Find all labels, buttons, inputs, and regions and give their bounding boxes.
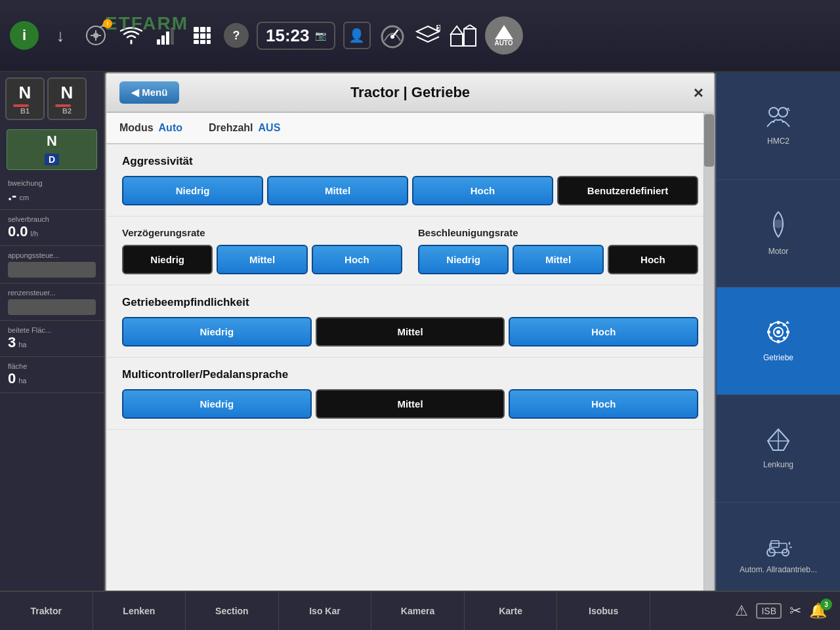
- dialog-scrollbar[interactable]: [704, 112, 714, 609]
- clock-time: 15:23: [266, 26, 310, 46]
- verzoegerung-title: Verzögerungsrate: [122, 227, 402, 238]
- verzoegerung-group: Verzögerungsrate Niedrig Mittel Hoch: [122, 227, 402, 274]
- getriebe-section: Getriebeempfindlichkeit Niedrig Mittel H…: [106, 285, 714, 358]
- hmc2-label: HMC2: [767, 136, 789, 146]
- top-bar: ETFARM i ↓ !: [0, 0, 840, 72]
- svg-rect-18: [207, 40, 211, 44]
- info-icon[interactable]: i: [10, 21, 39, 50]
- left-sidebar: N B1 N B2 ND bweichung .- cm selverbrauc…: [0, 72, 105, 630]
- getriebe-hoch-btn[interactable]: Hoch: [509, 317, 698, 346]
- allrad-icon: [765, 538, 792, 561]
- speed-icon: [379, 22, 406, 49]
- svg-rect-39: [767, 331, 770, 333]
- multi-hoch-btn[interactable]: Hoch: [509, 389, 698, 419]
- aggressiv-hoch-btn[interactable]: Hoch: [412, 176, 553, 205]
- tab-isobus[interactable]: Isobus: [557, 592, 650, 630]
- svg-rect-17: [200, 40, 205, 44]
- tab-traktor[interactable]: Traktor: [0, 592, 93, 630]
- svg-rect-14: [200, 33, 205, 39]
- multicontroller-buttons: Niedrig Mittel Hoch: [122, 389, 698, 419]
- dialog-content: Modus Auto Drehzahl AUS Aggressivität Ni…: [106, 113, 714, 609]
- sidebar-item-lenkung[interactable]: Lenkung: [717, 395, 840, 503]
- svg-rect-11: [200, 27, 205, 32]
- modus-value: Auto: [159, 122, 182, 134]
- main-dialog: ◀ Menü Tractor | Getriebe × Modus Auto D…: [105, 72, 715, 610]
- grid-icon[interactable]: [188, 22, 216, 49]
- dialog-header: ◀ Menü Tractor | Getriebe ×: [106, 74, 714, 113]
- help-icon[interactable]: ?: [224, 23, 249, 48]
- svg-marker-22: [417, 26, 439, 37]
- svg-marker-30: [495, 25, 513, 39]
- sidebar-deviation: bweichung .- cm: [0, 174, 104, 210]
- svg-rect-38: [777, 340, 780, 343]
- beschleunigung-title: Beschleunigungsrate: [418, 227, 698, 238]
- svg-marker-26: [451, 26, 463, 34]
- sidebar-area-total: fläche 0 ha: [0, 357, 104, 393]
- tab-isokar[interactable]: Iso Kar: [279, 592, 372, 630]
- aggressiv-mittel-btn[interactable]: Mittel: [267, 176, 408, 205]
- notification-count: 3: [820, 598, 832, 610]
- gear-n-d: ND: [7, 129, 97, 170]
- arrow-down-icon[interactable]: ↓: [47, 22, 74, 49]
- beschleunigung-group: Beschleunigungsrate Niedrig Mittel Hoch: [418, 227, 698, 274]
- aggressiv-benutzerdefiniert-btn[interactable]: Benutzerdefiniert: [557, 176, 698, 205]
- close-button[interactable]: ×: [694, 83, 704, 103]
- hmc2-icon: [766, 106, 791, 133]
- svg-point-3: [93, 33, 98, 38]
- user-icon[interactable]: 👤: [343, 22, 371, 49]
- aggressivitaet-buttons: Niedrig Mittel Hoch Benutzerdefiniert: [122, 176, 698, 205]
- getriebe-title: Getriebeempfindlichkeit: [122, 296, 698, 309]
- rates-two-col: Verzögerungsrate Niedrig Mittel Hoch Bes…: [122, 227, 698, 274]
- allrad-label: Autom. Allradantrieb...: [740, 565, 817, 574]
- getriebe-mittel-btn[interactable]: Mittel: [316, 317, 505, 346]
- multi-mittel-btn[interactable]: Mittel: [316, 389, 505, 419]
- sidebar-appungssteue: appungssteue...: [0, 246, 104, 284]
- scrollbar-thumb: [704, 114, 714, 167]
- verzoegerung-buttons: Niedrig Mittel Hoch: [122, 245, 402, 274]
- tab-kamera[interactable]: Kamera: [371, 592, 465, 630]
- verzoeg-hoch-btn[interactable]: Hoch: [312, 245, 402, 274]
- svg-rect-49: [771, 541, 779, 547]
- dialog-title: Tractor | Getriebe: [350, 84, 470, 101]
- beschl-niedrig-btn[interactable]: Niedrig: [418, 245, 509, 274]
- getriebe-niedrig-btn[interactable]: Niedrig: [122, 317, 312, 346]
- notification-badge[interactable]: 🔔 3: [809, 602, 827, 620]
- verzoeg-mittel-btn[interactable]: Mittel: [217, 245, 307, 274]
- sidebar-item-motor[interactable]: Motor: [717, 180, 840, 287]
- sidebar-grenzensteuer: renzensteuer...: [0, 284, 104, 321]
- warning-icon: ⚠: [735, 602, 748, 620]
- auto-nav-icon[interactable]: AUTO: [485, 16, 523, 54]
- modus-label: Modus: [119, 122, 154, 134]
- modus-item: Modus Auto: [119, 122, 182, 134]
- aggressivitaet-section: Aggressivität Niedrig Mittel Hoch Benutz…: [106, 144, 714, 217]
- beschl-hoch-btn[interactable]: Hoch: [608, 245, 698, 274]
- tab-lenken[interactable]: Lenken: [93, 592, 186, 630]
- beschleunigung-buttons: Niedrig Mittel Hoch: [418, 245, 698, 274]
- motor-label: Motor: [768, 247, 789, 256]
- aggressivitaet-title: Aggressivität: [122, 155, 698, 168]
- back-button[interactable]: ◀ Menü: [119, 81, 179, 104]
- sidebar-area-worked: beitete Fläc... 3 ha: [0, 321, 104, 357]
- getriebe-label: Getriebe: [763, 353, 793, 362]
- tab-section[interactable]: Section: [186, 592, 279, 630]
- multicontroller-section: Multicontroller/Pedalansprache Niedrig M…: [106, 358, 714, 430]
- svg-rect-16: [194, 40, 199, 44]
- svg-point-31: [769, 108, 778, 117]
- sidebar-item-hmc2[interactable]: HMC2: [717, 72, 840, 180]
- svg-rect-12: [207, 27, 211, 32]
- scissors-icon: ✂: [789, 602, 801, 620]
- svg-rect-48: [770, 543, 787, 553]
- tab-karte[interactable]: Karte: [465, 592, 558, 630]
- svg-point-21: [390, 35, 394, 39]
- sidebar-item-getriebe[interactable]: Getriebe: [717, 287, 840, 395]
- aggressiv-niedrig-btn[interactable]: Niedrig: [122, 176, 263, 205]
- svg-point-33: [774, 220, 782, 228]
- isb-icon: ISB: [756, 603, 782, 619]
- getriebe-buttons: Niedrig Mittel Hoch: [122, 317, 698, 346]
- svg-rect-15: [207, 33, 211, 39]
- svg-point-36: [776, 330, 780, 334]
- multi-niedrig-btn[interactable]: Niedrig: [122, 389, 312, 419]
- verzoeg-niedrig-btn[interactable]: Niedrig: [122, 245, 213, 274]
- farm-icon: [450, 22, 477, 49]
- beschl-mittel-btn[interactable]: Mittel: [513, 245, 603, 274]
